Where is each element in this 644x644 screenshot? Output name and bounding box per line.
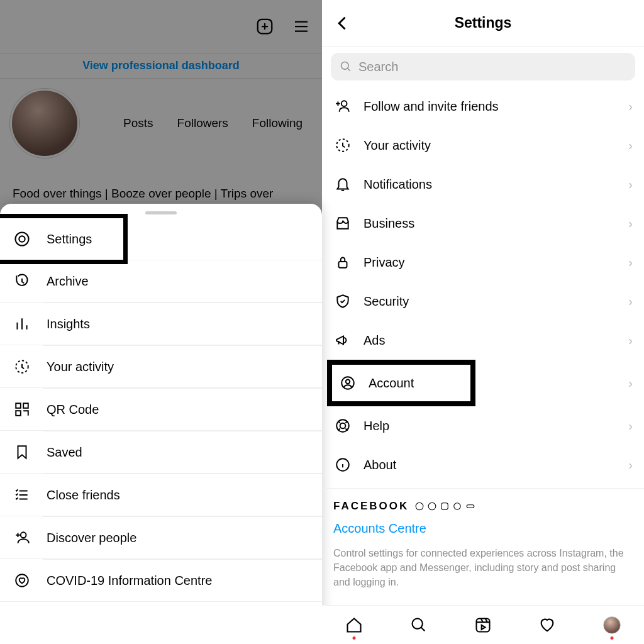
chevron-right-icon: › bbox=[628, 99, 633, 114]
sheet-item-label: Archive bbox=[47, 274, 309, 289]
sheet-item-label: QR Code bbox=[47, 402, 309, 417]
profile-bio: Food over things | Booze over people | T… bbox=[0, 187, 322, 201]
sheet-item-label: Discover people bbox=[47, 531, 309, 545]
home-icon[interactable] bbox=[345, 616, 364, 635]
settings-screen: Settings Search Follow and invite friend… bbox=[322, 0, 644, 644]
sheet-item-label: COVID-19 Information Centre bbox=[47, 574, 309, 588]
settings-item-account[interactable]: Account › bbox=[322, 360, 644, 406]
chevron-right-icon: › bbox=[628, 419, 633, 433]
chevron-right-icon: › bbox=[628, 376, 633, 391]
sheet-item-label: Saved bbox=[47, 445, 309, 460]
gear-icon bbox=[13, 230, 31, 248]
bookmark-icon bbox=[13, 443, 31, 462]
settings-item-label: Privacy bbox=[364, 255, 617, 270]
settings-item-business[interactable]: Business › bbox=[322, 204, 644, 243]
facebook-section: FACEBOOK Accounts Centre Control setting… bbox=[322, 488, 644, 595]
svg-point-23 bbox=[412, 618, 422, 628]
settings-item-activity[interactable]: Your activity › bbox=[322, 126, 644, 165]
chevron-right-icon: › bbox=[628, 458, 633, 472]
add-person-icon bbox=[333, 97, 352, 116]
settings-item-notifications[interactable]: Notifications › bbox=[322, 165, 644, 204]
svg-rect-22 bbox=[467, 505, 475, 508]
stat-posts[interactable]: Posts bbox=[123, 116, 153, 130]
sheet-handle[interactable] bbox=[145, 211, 177, 214]
info-icon bbox=[333, 455, 352, 474]
settings-item-about[interactable]: About › bbox=[322, 445, 644, 484]
settings-item-label: Security bbox=[364, 294, 617, 309]
sheet-item-saved[interactable]: Saved bbox=[0, 431, 322, 474]
settings-item-privacy[interactable]: Privacy › bbox=[322, 243, 644, 282]
svg-point-1 bbox=[16, 233, 29, 246]
settings-item-label: Follow and invite friends bbox=[364, 99, 617, 114]
reels-icon[interactable] bbox=[474, 616, 492, 635]
settings-item-label: About bbox=[364, 458, 617, 472]
clock-icon bbox=[333, 136, 352, 155]
sheet-item-discover[interactable]: Discover people bbox=[0, 517, 322, 559]
svg-point-19 bbox=[429, 502, 436, 510]
search-icon[interactable] bbox=[409, 616, 428, 635]
chevron-right-icon: › bbox=[628, 294, 633, 309]
megaphone-icon bbox=[333, 331, 352, 350]
sheet-item-label: Insights bbox=[47, 317, 309, 331]
svg-rect-24 bbox=[476, 618, 489, 631]
sheet-item-archive[interactable]: Archive bbox=[0, 260, 322, 303]
svg-point-9 bbox=[341, 62, 349, 70]
profile-stats: Posts Followers Following bbox=[123, 116, 303, 130]
svg-point-8 bbox=[16, 574, 28, 587]
svg-rect-20 bbox=[441, 503, 448, 510]
settings-item-security[interactable]: Security › bbox=[322, 282, 644, 321]
sheet-item-label: Close friends bbox=[47, 488, 309, 502]
sheet-item-label: Settings bbox=[47, 232, 92, 247]
account-icon bbox=[338, 374, 357, 392]
settings-item-label: Ads bbox=[364, 333, 617, 348]
profile-avatar-icon[interactable] bbox=[602, 616, 621, 635]
settings-item-label: Notifications bbox=[364, 177, 617, 192]
svg-rect-12 bbox=[339, 262, 347, 268]
chevron-right-icon: › bbox=[628, 333, 633, 348]
sheet-item-close-friends[interactable]: Close friends bbox=[0, 474, 322, 516]
svg-point-7 bbox=[21, 532, 26, 538]
settings-item-ads[interactable]: Ads › bbox=[322, 321, 644, 360]
list-star-icon bbox=[13, 486, 31, 504]
search-placeholder: Search bbox=[358, 60, 398, 74]
add-person-icon bbox=[13, 528, 31, 547]
heart-circle-icon bbox=[13, 571, 31, 590]
page-title: Settings bbox=[333, 14, 633, 31]
storefront-icon bbox=[333, 214, 352, 233]
sheet-item-settings[interactable]: Settings bbox=[0, 218, 104, 260]
bell-icon bbox=[333, 175, 352, 194]
chevron-right-icon: › bbox=[628, 255, 633, 270]
chevron-right-icon: › bbox=[628, 216, 633, 231]
accounts-centre-link[interactable]: Accounts Centre bbox=[333, 521, 633, 536]
hamburger-icon[interactable] bbox=[292, 17, 311, 36]
svg-point-14 bbox=[346, 380, 350, 384]
svg-rect-4 bbox=[16, 403, 21, 408]
settings-item-label: Help bbox=[364, 419, 617, 433]
svg-point-18 bbox=[416, 502, 424, 510]
lock-icon bbox=[333, 253, 352, 272]
stat-followers[interactable]: Followers bbox=[177, 116, 228, 130]
professional-dashboard-link[interactable]: View professional dashboard bbox=[0, 53, 322, 79]
avatar[interactable] bbox=[10, 89, 79, 158]
svg-point-10 bbox=[341, 101, 347, 106]
shield-icon bbox=[333, 292, 352, 311]
sheet-item-insights[interactable]: Insights bbox=[0, 303, 322, 345]
sheet-item-qr[interactable]: QR Code bbox=[0, 389, 322, 431]
create-icon[interactable] bbox=[255, 17, 274, 36]
search-input[interactable]: Search bbox=[331, 53, 635, 80]
clock-icon bbox=[13, 357, 31, 376]
sheet-item-covid[interactable]: COVID-19 Information Centre bbox=[0, 560, 322, 602]
settings-item-help[interactable]: Help › bbox=[322, 406, 644, 445]
profile-screen: View professional dashboard Posts Follow… bbox=[0, 0, 322, 644]
stat-following[interactable]: Following bbox=[252, 116, 303, 130]
settings-item-label: Your activity bbox=[364, 138, 617, 153]
facebook-brand: FACEBOOK bbox=[333, 500, 409, 513]
settings-item-label: Business bbox=[364, 216, 617, 231]
sheet-item-label: Your activity bbox=[47, 360, 309, 374]
settings-item-follow[interactable]: Follow and invite friends › bbox=[322, 87, 644, 126]
settings-header: Settings bbox=[322, 0, 644, 47]
sheet-item-activity[interactable]: Your activity bbox=[0, 346, 322, 388]
insights-icon bbox=[13, 314, 31, 333]
archive-icon bbox=[13, 272, 31, 291]
heart-icon[interactable] bbox=[538, 616, 557, 635]
